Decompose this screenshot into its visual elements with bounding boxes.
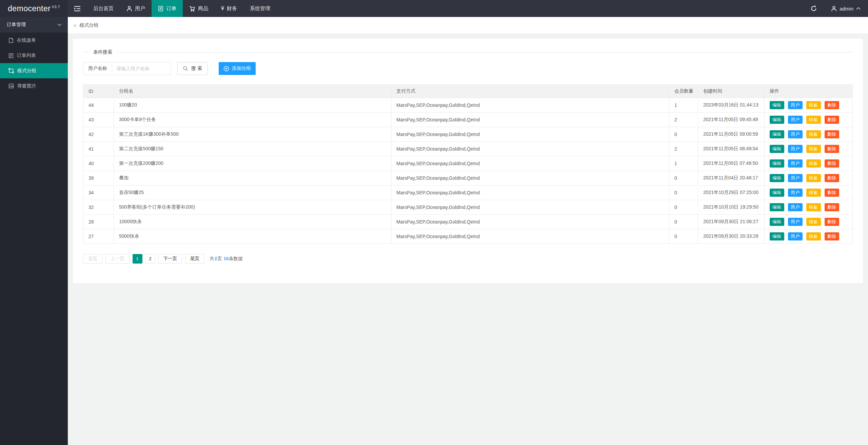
col-header-member-count: 会员数量 <box>669 85 698 98</box>
edit-button[interactable]: 编辑 <box>770 159 784 168</box>
list-icon <box>8 53 14 58</box>
sidebar-item-mode-groups[interactable]: 模式分组 <box>0 63 68 78</box>
cell-created: 2021年11月04日 20:48:17 <box>698 171 765 186</box>
delete-button[interactable]: 删除 <box>825 218 839 226</box>
row-users-button[interactable]: 用户 <box>788 159 803 168</box>
edit-button[interactable]: 编辑 <box>770 203 784 211</box>
row-users-button[interactable]: 用户 <box>788 189 803 197</box>
edit-button[interactable]: 编辑 <box>770 232 784 240</box>
delete-button[interactable]: 删除 <box>825 189 839 197</box>
edit-button[interactable]: 编辑 <box>770 218 784 226</box>
nav-label: 后台首页 <box>93 5 114 12</box>
image-icon <box>8 83 14 89</box>
summary-text: 页 <box>217 256 223 261</box>
sidebar-group-order-management[interactable]: 订单管理 <box>0 17 68 33</box>
cell-group-name: 叠加 <box>114 171 391 186</box>
sidebar-item-popup-images[interactable]: 弹窗图片 <box>0 78 68 94</box>
template-button[interactable]: 模板 <box>806 232 821 240</box>
template-button[interactable]: 模板 <box>806 145 821 153</box>
delete-button[interactable]: 删除 <box>825 116 839 124</box>
delete-button[interactable]: 删除 <box>825 232 839 240</box>
nav-item-home[interactable]: 后台首页 <box>87 0 120 17</box>
nav-item-finance[interactable]: ¥ 财务 <box>215 0 243 17</box>
edit-button[interactable]: 编辑 <box>770 189 784 197</box>
cell-group-name: 10000快杀 <box>114 215 391 229</box>
delete-button[interactable]: 删除 <box>825 130 839 138</box>
main-content: 条件搜索 用户名称 搜 索 <box>68 34 868 445</box>
add-group-button[interactable]: 添加分组 <box>219 62 256 75</box>
cell-member-count: 0 <box>669 127 698 142</box>
refresh-button[interactable] <box>804 0 824 17</box>
navbar-right: admin <box>804 0 868 17</box>
prev-page-button[interactable]: 上一页 <box>105 254 130 264</box>
hamburger-icon <box>74 6 81 12</box>
edit-button[interactable]: 编辑 <box>770 116 784 124</box>
page-button-1[interactable]: 1 <box>133 254 142 264</box>
edit-button[interactable]: 编辑 <box>770 174 784 182</box>
row-users-button[interactable]: 用户 <box>788 232 803 240</box>
template-button[interactable]: 模板 <box>806 130 821 138</box>
document-icon <box>8 38 14 43</box>
edit-button[interactable]: 编辑 <box>770 101 784 109</box>
table-row: 28 10000快杀 MarsPay,SEP,Oceanpay,GoldInd,… <box>83 215 853 229</box>
template-button[interactable]: 模板 <box>806 116 821 124</box>
nav-label: 订单 <box>166 5 176 12</box>
next-page-button[interactable]: 下一页 <box>158 254 182 264</box>
template-button[interactable]: 模板 <box>806 189 821 197</box>
cell-member-count: 1 <box>669 98 698 113</box>
app-name: democenter <box>8 4 51 13</box>
cell-id: 43 <box>83 113 114 127</box>
template-button[interactable]: 模板 <box>806 203 821 211</box>
delete-button[interactable]: 删除 <box>825 145 839 153</box>
delete-button[interactable]: 删除 <box>825 159 839 168</box>
nav-label: 用户 <box>135 5 145 12</box>
table-row: 39 叠加 MarsPay,SEP,Oceanpay,GoldInd,QeInd… <box>83 171 853 186</box>
cell-group-name: 500养客组(多个订单任务需要补200) <box>114 200 391 215</box>
nav-item-orders[interactable]: 订单 <box>152 0 183 17</box>
table-header-row: ID 分组名 支付方式 会员数量 创建时间 操作 <box>83 85 853 98</box>
edit-button[interactable]: 编辑 <box>770 130 784 138</box>
row-users-button[interactable]: 用户 <box>788 101 803 109</box>
template-button[interactable]: 模板 <box>806 101 821 109</box>
cell-created: 2021年09月30日 20:33:28 <box>698 229 765 244</box>
table-row: 32 500养客组(多个订单任务需要补200) MarsPay,SEP,Ocea… <box>83 200 853 215</box>
cell-actions: 编辑 用户 模板 删除 <box>765 229 853 244</box>
sidebar-item-online-dispatch[interactable]: 在线派单 <box>0 33 68 48</box>
row-users-button[interactable]: 用户 <box>788 145 803 153</box>
row-users-button[interactable]: 用户 <box>788 218 803 226</box>
cell-payment: MarsPay,SEP,Oceanpay,GoldInd,QeInd <box>391 186 669 200</box>
row-users-button[interactable]: 用户 <box>788 116 803 124</box>
sidebar-item-order-list[interactable]: 订单列表 <box>0 48 68 63</box>
nav-item-products[interactable]: 商品 <box>183 0 215 17</box>
cell-id: 32 <box>83 200 114 215</box>
username-input[interactable] <box>112 62 171 75</box>
sidebar-fold-button[interactable] <box>68 0 87 17</box>
cell-actions: 编辑 用户 模板 删除 <box>765 113 853 127</box>
page-button-2[interactable]: 2 <box>145 254 155 264</box>
sidebar-item-label: 模式分组 <box>17 68 36 74</box>
template-button[interactable]: 模板 <box>806 218 821 226</box>
nav-item-users[interactable]: 用户 <box>120 0 152 17</box>
first-page-button[interactable]: 首页 <box>83 254 102 264</box>
username-field-group: 用户名称 <box>83 62 171 75</box>
row-users-button[interactable]: 用户 <box>788 130 803 138</box>
search-button[interactable]: 搜 索 <box>177 62 208 75</box>
delete-button[interactable]: 删除 <box>825 174 839 182</box>
template-button[interactable]: 模板 <box>806 159 821 168</box>
delete-button[interactable]: 删除 <box>825 101 839 109</box>
cell-group-name: 5000快杀 <box>114 229 391 244</box>
cell-payment: MarsPay,SEP,Oceanpay,GoldInd,QeInd <box>391 200 669 215</box>
row-users-button[interactable]: 用户 <box>788 203 803 211</box>
table-row: 44 100赚20 MarsPay,SEP,Oceanpay,GoldInd,Q… <box>83 98 853 113</box>
col-header-created: 创建时间 <box>698 85 765 98</box>
cell-group-name: 第三次充值1K赚300补单500 <box>114 127 391 142</box>
delete-button[interactable]: 删除 <box>825 203 839 211</box>
edit-button[interactable]: 编辑 <box>770 145 784 153</box>
cell-actions: 编辑 用户 模板 删除 <box>765 156 853 171</box>
user-menu[interactable]: admin <box>824 0 868 17</box>
last-page-button[interactable]: 尾页 <box>185 254 204 264</box>
cell-member-count: 0 <box>669 229 698 244</box>
nav-item-system[interactable]: 系统管理 <box>243 0 277 17</box>
template-button[interactable]: 模板 <box>806 174 821 182</box>
row-users-button[interactable]: 用户 <box>788 174 803 182</box>
